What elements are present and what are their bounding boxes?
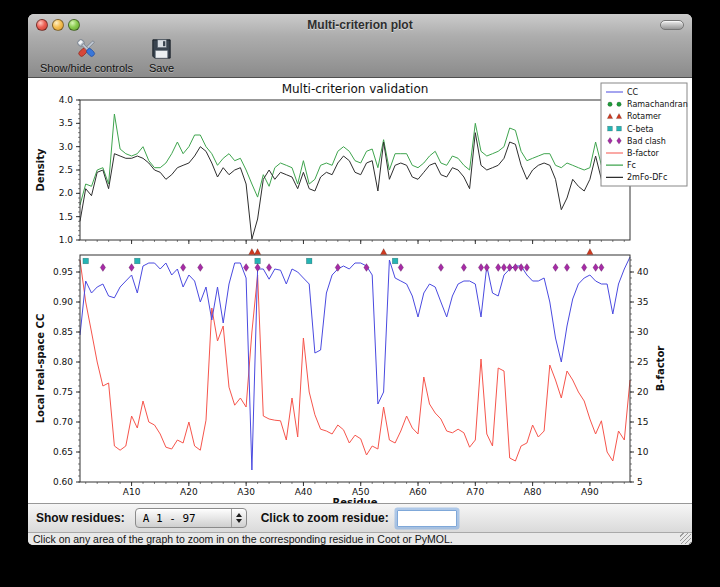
svg-text:C-beta: C-beta [627, 125, 654, 134]
svg-text:A20: A20 [180, 487, 198, 497]
save-button[interactable]: Save [149, 36, 174, 74]
show-hide-controls-button[interactable]: Show/hide controls [40, 36, 133, 74]
svg-text:0.85: 0.85 [53, 327, 73, 337]
svg-text:1.0: 1.0 [59, 235, 74, 245]
stepper-arrows-icon [231, 509, 246, 527]
svg-text:Ramachandran: Ramachandran [627, 100, 688, 109]
svg-text:2.0: 2.0 [59, 188, 74, 198]
svg-text:A80: A80 [524, 487, 542, 497]
residue-range-select[interactable]: A 1 - 97 [135, 508, 247, 528]
resize-grip[interactable] [680, 533, 691, 544]
svg-text:35: 35 [637, 297, 648, 307]
svg-text:Rotamer: Rotamer [627, 112, 662, 121]
svg-text:CC: CC [627, 88, 639, 97]
svg-text:0.90: 0.90 [53, 297, 73, 307]
svg-text:40: 40 [637, 267, 649, 277]
toolbar-button-label: Show/hide controls [40, 62, 133, 74]
traffic-lights [36, 19, 84, 31]
svg-text:2mFo-DFc: 2mFo-DFc [627, 173, 667, 182]
svg-text:A40: A40 [295, 487, 313, 497]
svg-text:0.60: 0.60 [53, 477, 73, 487]
toolbar: Show/hide controls Save [28, 36, 692, 78]
svg-text:Fc: Fc [627, 161, 636, 170]
toolbar-toggle-button[interactable] [660, 20, 684, 30]
svg-text:4.0: 4.0 [59, 95, 74, 105]
svg-text:0.95: 0.95 [53, 267, 73, 277]
svg-text:A90: A90 [581, 487, 599, 497]
svg-text:2.5: 2.5 [59, 165, 73, 175]
svg-text:1.5: 1.5 [59, 212, 73, 222]
plot-figure[interactable]: Multi-criterion validation1.01.52.02.53.… [28, 78, 692, 503]
maximize-button[interactable] [68, 19, 80, 31]
status-bar: Click on any area of the graph to zoom i… [28, 533, 692, 545]
svg-text:30: 30 [637, 327, 649, 337]
svg-text:3.5: 3.5 [59, 118, 73, 128]
svg-text:0.70: 0.70 [53, 417, 73, 427]
minimize-button[interactable] [52, 19, 64, 31]
save-icon [149, 36, 174, 61]
svg-text:0.65: 0.65 [53, 447, 73, 457]
svg-text:10: 10 [637, 447, 649, 457]
svg-text:A10: A10 [123, 487, 141, 497]
svg-text:B-factor: B-factor [655, 346, 666, 391]
svg-text:3.0: 3.0 [59, 142, 74, 152]
show-residues-label: Show residues: [36, 511, 125, 525]
toolbar-button-label: Save [149, 62, 174, 74]
zoom-residue-label: Click to zoom residue: [261, 511, 389, 525]
window-title: Multi-criterion plot [28, 18, 692, 32]
svg-text:25: 25 [637, 357, 648, 367]
zoom-residue-input[interactable] [397, 510, 457, 527]
svg-text:Multi-criterion validation: Multi-criterion validation [282, 82, 429, 96]
tools-icon [74, 36, 99, 61]
residue-range-value: A 1 - 97 [136, 512, 231, 525]
svg-text:A70: A70 [467, 487, 485, 497]
app-window: Multi-criterion plot Show/hide controls [28, 14, 692, 545]
status-text: Click on any area of the graph to zoom i… [33, 533, 453, 545]
svg-text:0.75: 0.75 [53, 387, 73, 397]
svg-text:0.80: 0.80 [53, 357, 73, 367]
svg-text:B-factor: B-factor [627, 149, 660, 158]
svg-text:A50: A50 [352, 487, 370, 497]
svg-text:Density: Density [35, 148, 46, 191]
svg-text:Local real-space CC: Local real-space CC [35, 314, 46, 424]
controls-bar: Show residues: A 1 - 97 Click to zoom re… [28, 503, 692, 533]
svg-text:Bad clash: Bad clash [627, 137, 666, 146]
close-button[interactable] [36, 19, 48, 31]
multi-criterion-plot-canvas[interactable]: Multi-criterion validation1.01.52.02.53.… [30, 78, 690, 503]
svg-text:15: 15 [637, 417, 648, 427]
svg-text:A60: A60 [409, 487, 427, 497]
svg-text:5: 5 [637, 477, 643, 487]
svg-text:A30: A30 [237, 487, 255, 497]
svg-text:20: 20 [637, 387, 649, 397]
titlebar[interactable]: Multi-criterion plot [28, 14, 692, 36]
